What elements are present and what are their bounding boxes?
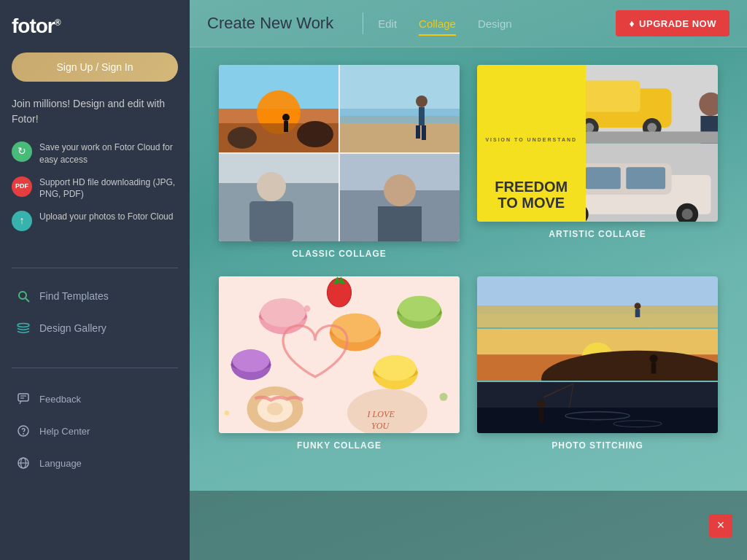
sign-in-button[interactable]: Sign Up / Sign In: [12, 52, 178, 82]
tab-edit[interactable]: Edit: [378, 12, 397, 36]
globe-icon: [15, 454, 32, 472]
svg-point-32: [384, 174, 416, 206]
svg-rect-90: [651, 362, 657, 373]
sidebar-item-design-gallery[interactable]: Design Gallery: [12, 312, 178, 344]
svg-point-79: [225, 411, 230, 416]
diamond-icon: ♦: [629, 18, 635, 29]
collage-grid: CLASSIC COLLAGE VISION TO UNDERSTAND FRE…: [219, 65, 718, 451]
layers-icon: [15, 319, 32, 337]
classic-collage-preview: [219, 65, 460, 241]
svg-point-65: [233, 349, 270, 372]
classic-collage-label: CLASSIC COLLAGE: [292, 249, 387, 259]
svg-line-1: [26, 298, 29, 302]
sidebar-item-language[interactable]: Language: [12, 447, 178, 479]
svg-point-71: [267, 402, 283, 416]
feedback-icon: [15, 390, 32, 408]
svg-rect-23: [419, 107, 425, 125]
feature-hd-download: PDF Support HD file downloading (JPG, PN…: [12, 176, 178, 201]
svg-rect-18: [284, 121, 288, 132]
close-button[interactable]: ×: [709, 514, 732, 537]
feature-upload: ↑ Upload your photos to Fotor Cloud: [12, 211, 178, 231]
funky-collage-preview: I LOVE YOU: [219, 276, 460, 433]
svg-rect-33: [378, 206, 422, 241]
svg-rect-94: [539, 408, 544, 422]
divider-vertical: [363, 12, 363, 34]
svg-point-77: [304, 306, 311, 312]
language-label: Language: [39, 458, 82, 469]
svg-point-2: [18, 324, 29, 327]
divider-2: [12, 368, 178, 368]
nav-list: Find Templates Design Gallery: [12, 280, 178, 344]
artistic-collage-preview: VISION TO UNDERSTAND FREEDOMTO MOVE: [477, 65, 718, 222]
svg-point-28: [257, 172, 286, 201]
collage-item-funky[interactable]: I LOVE YOU: [219, 276, 460, 451]
artistic-collage-label: ARTISTIC COLLAGE: [549, 229, 646, 239]
svg-rect-36: [586, 81, 640, 112]
collage-item-artistic[interactable]: VISION TO UNDERSTAND FREEDOMTO MOVE: [477, 65, 718, 259]
svg-point-93: [538, 400, 546, 408]
pdf-icon: PDF: [12, 176, 32, 197]
nav-tabs: Edit Collage Design: [378, 12, 616, 36]
svg-rect-43: [586, 131, 719, 143]
design-gallery-label: Design Gallery: [39, 322, 107, 334]
svg-point-56: [260, 298, 306, 327]
photo-stitching-label: PHOTO STITCHING: [551, 440, 643, 451]
main-content: Create New Work Edit Collage Design ♦ UP…: [190, 0, 747, 560]
svg-rect-21: [340, 109, 460, 123]
help-icon: [15, 422, 32, 440]
top-bar: Create New Work Edit Collage Design ♦ UP…: [190, 0, 747, 47]
feature-cloud-save-text: Save your work on Fotor Cloud for easy a…: [39, 141, 178, 166]
feature-hd-text: Support HD file downloading (JPG, PNG, P…: [39, 176, 178, 201]
search-icon: [15, 287, 32, 305]
find-templates-label: Find Templates: [39, 290, 109, 302]
join-text: Join millions! Design and edit with Foto…: [12, 96, 178, 127]
svg-rect-19: [340, 65, 460, 116]
tab-collage[interactable]: Collage: [419, 12, 456, 36]
svg-point-22: [416, 96, 427, 107]
svg-point-16: [297, 121, 333, 147]
svg-rect-47: [586, 167, 621, 189]
page-title: Create New Work: [207, 14, 333, 33]
svg-rect-82: [477, 314, 718, 328]
svg-text:YOU: YOU: [371, 421, 390, 431]
svg-point-68: [374, 355, 416, 381]
svg-rect-80: [477, 276, 718, 306]
bottom-bar: ×: [190, 491, 747, 560]
svg-point-40: [647, 123, 657, 133]
svg-point-17: [282, 114, 290, 121]
logo: fotor®: [12, 15, 178, 38]
svg-point-7: [23, 433, 24, 435]
divider-1: [12, 268, 178, 268]
svg-point-52: [681, 209, 692, 219]
feature-list: ↻ Save your work on Fotor Cloud for easy…: [12, 141, 178, 241]
svg-rect-48: [626, 167, 665, 189]
feature-cloud-save: ↻ Save your work on Fotor Cloud for easy…: [12, 141, 178, 166]
svg-rect-29: [249, 201, 293, 241]
svg-rect-24: [416, 125, 420, 139]
sidebar-item-feedback[interactable]: Feedback: [12, 383, 178, 415]
svg-rect-3: [18, 394, 28, 401]
funky-collage-label: FUNKY COLLAGE: [297, 440, 382, 451]
svg-text:I LOVE: I LOVE: [367, 409, 395, 419]
logo-trademark: ®: [55, 18, 61, 28]
sidebar-item-find-templates[interactable]: Find Templates: [12, 280, 178, 312]
svg-rect-84: [635, 309, 640, 317]
svg-point-15: [228, 127, 257, 149]
feature-upload-text: Upload your photos to Fotor Cloud: [39, 211, 173, 223]
svg-point-78: [440, 393, 448, 401]
feedback-label: Feedback: [39, 394, 81, 405]
collage-item-photo-stitching[interactable]: PHOTO STITCHING: [477, 276, 718, 451]
content-area: CLASSIC COLLAGE VISION TO UNDERSTAND FRE…: [190, 47, 747, 491]
sidebar-item-help-center[interactable]: Help Center: [12, 415, 178, 447]
upgrade-button[interactable]: ♦ UPGRADE NOW: [616, 10, 729, 36]
upload-icon: ↑: [12, 211, 32, 231]
svg-point-89: [650, 354, 658, 362]
tab-design[interactable]: Design: [478, 12, 512, 36]
svg-point-83: [635, 303, 641, 309]
photo-stitching-preview: [477, 276, 718, 433]
collage-item-classic[interactable]: CLASSIC COLLAGE: [219, 65, 460, 259]
svg-rect-25: [422, 125, 426, 140]
upgrade-label: UPGRADE NOW: [639, 18, 716, 29]
svg-point-62: [398, 296, 440, 322]
svg-point-0: [19, 292, 26, 299]
